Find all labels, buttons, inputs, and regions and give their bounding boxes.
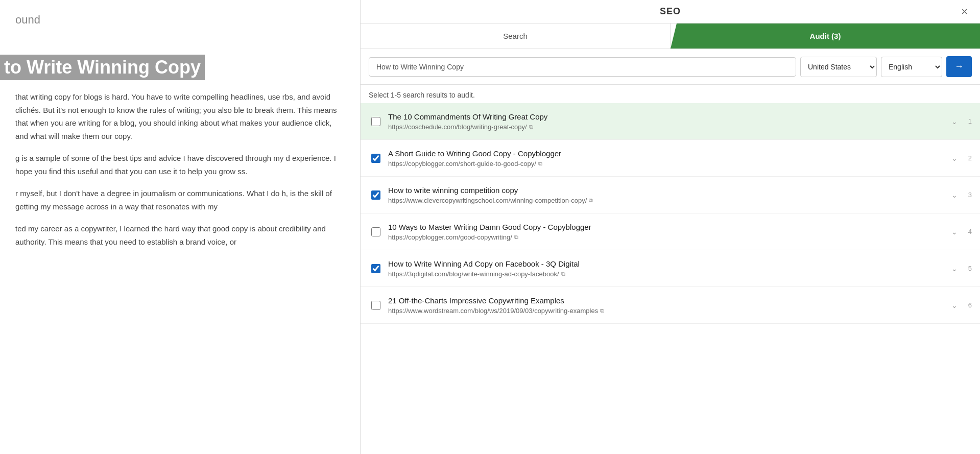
external-link-icon[interactable]: ⧉ — [538, 160, 542, 167]
result-title: 10 Ways to Master Writing Damn Good Copy… — [388, 223, 946, 231]
seo-tabs: Search Audit (3) — [361, 23, 980, 49]
result-content: The 10 Commandments Of Writing Great Cop… — [383, 112, 951, 131]
result-checkbox-wrap — [369, 227, 383, 236]
result-checkbox[interactable] — [371, 117, 380, 126]
result-rank: 2 — [962, 154, 972, 162]
result-url: https://coschedule.com/blog/writing-grea… — [388, 123, 946, 131]
external-link-icon[interactable]: ⧉ — [514, 234, 518, 241]
result-item: The 10 Commandments Of Writing Great Cop… — [361, 103, 980, 140]
paragraph-1: that writing copy for blogs is hard. You… — [15, 90, 345, 142]
seo-panel: SEO × Search Audit (3) United States Uni… — [360, 0, 980, 454]
result-item: How to write winning competition copyhtt… — [361, 177, 980, 213]
result-rank: 4 — [962, 228, 972, 235]
result-url: https://www.clevercopywritingschool.com/… — [388, 197, 946, 204]
tab-search[interactable]: Search — [361, 23, 671, 49]
result-item: How to Write Winning Ad Copy on Facebook… — [361, 250, 980, 287]
result-title: How to Write Winning Ad Copy on Facebook… — [388, 259, 946, 268]
chevron-down-icon[interactable]: ⌄ — [951, 228, 958, 236]
result-content: How to Write Winning Ad Copy on Facebook… — [383, 259, 951, 278]
chevron-down-icon[interactable]: ⌄ — [951, 117, 958, 126]
result-rank: 5 — [962, 265, 972, 272]
result-checkbox[interactable] — [371, 301, 380, 310]
result-content: 10 Ways to Master Writing Damn Good Copy… — [383, 223, 951, 241]
result-item: A Short Guide to Writing Good Copy - Cop… — [361, 140, 980, 177]
result-checkbox[interactable] — [371, 227, 380, 236]
result-rank: 1 — [962, 117, 972, 125]
result-item: 10 Ways to Master Writing Damn Good Copy… — [361, 213, 980, 250]
result-right: ⌄5 — [951, 265, 972, 273]
results-list: The 10 Commandments Of Writing Great Cop… — [361, 103, 980, 454]
result-checkbox-wrap — [369, 264, 383, 273]
left-content-panel: ound to Write Winning Copy that writing … — [0, 0, 360, 454]
paragraph-3: r myself, but I don't have a degree in j… — [15, 187, 345, 213]
result-url: https://copyblogger.com/short-guide-to-g… — [388, 160, 946, 168]
result-url: https://www.wordstream.com/blog/ws/2019/… — [388, 307, 946, 315]
article-heading: to Write Winning Copy — [0, 55, 205, 80]
result-right: ⌄3 — [951, 191, 972, 199]
result-right: ⌄4 — [951, 228, 972, 236]
search-input[interactable] — [369, 57, 796, 77]
result-title: The 10 Commandments Of Writing Great Cop… — [388, 112, 946, 121]
result-checkbox[interactable] — [371, 154, 380, 163]
paragraph-4: ted my career as a copywriter, I learned… — [15, 222, 345, 248]
external-link-icon[interactable]: ⧉ — [529, 124, 533, 130]
chevron-down-icon[interactable]: ⌄ — [951, 191, 958, 199]
chevron-down-icon[interactable]: ⌄ — [951, 301, 958, 309]
result-title: 21 Off-the-Charts Impressive Copywriting… — [388, 296, 946, 305]
result-content: How to write winning competition copyhtt… — [383, 186, 951, 204]
country-select[interactable]: United States United Kingdom Canada Aust… — [800, 57, 877, 77]
paragraph-2: g is a sample of some of the best tips a… — [15, 152, 345, 178]
result-right: ⌄2 — [951, 154, 972, 162]
close-button[interactable]: × — [957, 4, 972, 19]
result-checkbox[interactable] — [371, 264, 380, 273]
result-checkbox-wrap — [369, 301, 383, 310]
go-button[interactable]: → — [946, 56, 972, 77]
search-row: United States United Kingdom Canada Aust… — [361, 49, 980, 85]
external-link-icon[interactable]: ⧉ — [561, 271, 565, 277]
seo-title: SEO — [660, 6, 681, 17]
result-url: https://copyblogger.com/good-copywriting… — [388, 233, 946, 241]
result-checkbox[interactable] — [371, 190, 380, 200]
result-title: A Short Guide to Writing Good Copy - Cop… — [388, 149, 946, 158]
result-checkbox-wrap — [369, 190, 383, 200]
result-right: ⌄1 — [951, 117, 972, 126]
language-select[interactable]: English French Spanish German — [881, 57, 942, 77]
result-checkbox-wrap — [369, 117, 383, 126]
instruction-text: Select 1-5 search results to audit. — [361, 85, 980, 103]
tab-audit[interactable]: Audit (3) — [671, 23, 980, 49]
external-link-icon[interactable]: ⧉ — [600, 307, 604, 314]
result-item: 21 Off-the-Charts Impressive Copywriting… — [361, 287, 980, 324]
result-checkbox-wrap — [369, 154, 383, 163]
result-rank: 6 — [962, 301, 972, 309]
result-content: A Short Guide to Writing Good Copy - Cop… — [383, 149, 951, 168]
seo-header: SEO × — [361, 0, 980, 23]
result-right: ⌄6 — [951, 301, 972, 309]
result-url: https://3qdigital.com/blog/write-winning… — [388, 270, 946, 278]
result-content: 21 Off-the-Charts Impressive Copywriting… — [383, 296, 951, 315]
chevron-down-icon[interactable]: ⌄ — [951, 154, 958, 162]
external-link-icon[interactable]: ⧉ — [589, 197, 593, 204]
partial-word: ound — [15, 10, 345, 29]
result-title: How to write winning competition copy — [388, 186, 946, 195]
result-rank: 3 — [962, 191, 972, 199]
chevron-down-icon[interactable]: ⌄ — [951, 265, 958, 273]
